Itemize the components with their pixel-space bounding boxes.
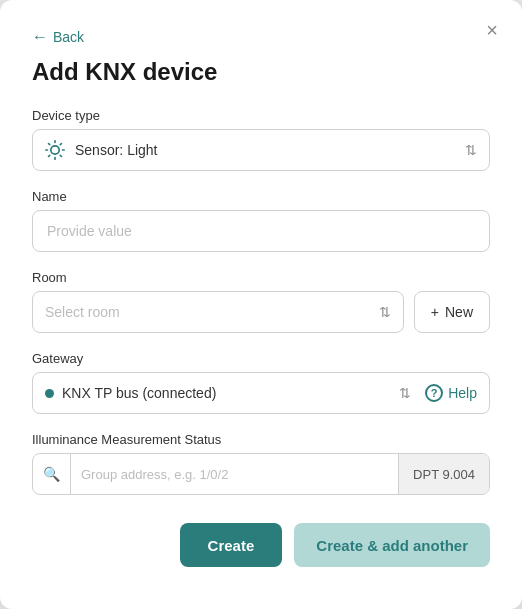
illuminance-label: Illuminance Measurement Status: [32, 432, 490, 447]
gateway-right: ⇅ ? Help: [391, 384, 477, 402]
plus-icon: +: [431, 304, 439, 320]
search-icon: 🔍: [43, 466, 60, 482]
room-field: Room Select room ⇅ + New: [32, 270, 490, 333]
gateway-field: Gateway KNX TP bus (connected) ⇅ ? Help: [32, 351, 490, 414]
chevron-updown-icon: ⇅: [465, 142, 477, 158]
svg-line-7: [49, 155, 50, 156]
create-add-another-button[interactable]: Create & add another: [294, 523, 490, 567]
back-button[interactable]: ← Back: [32, 28, 84, 46]
group-address-input[interactable]: [71, 454, 398, 494]
device-type-value: Sensor: Light: [75, 142, 457, 158]
device-type-field: Device type Sensor: Light ⇅: [32, 108, 490, 171]
svg-line-3: [49, 144, 50, 145]
create-button[interactable]: Create: [180, 523, 283, 567]
back-label: Back: [53, 29, 84, 45]
svg-line-4: [60, 155, 61, 156]
room-row: Select room ⇅ + New: [32, 291, 490, 333]
help-label: Help: [448, 385, 477, 401]
gateway-label: Gateway: [32, 351, 490, 366]
name-label: Name: [32, 189, 490, 204]
add-knx-device-modal: × ← Back Add KNX device Device type Sens…: [0, 0, 522, 609]
room-select[interactable]: Select room ⇅: [32, 291, 404, 333]
new-room-label: New: [445, 304, 473, 320]
svg-point-0: [51, 146, 59, 154]
new-room-button[interactable]: + New: [414, 291, 490, 333]
page-title: Add KNX device: [32, 58, 490, 86]
illuminance-field: Illuminance Measurement Status 🔍 DPT 9.0…: [32, 432, 490, 495]
dpt-badge: DPT 9.004: [398, 454, 489, 494]
gateway-left: KNX TP bus (connected): [45, 385, 216, 401]
device-type-label: Device type: [32, 108, 490, 123]
room-label: Room: [32, 270, 490, 285]
device-type-select[interactable]: Sensor: Light ⇅: [32, 129, 490, 171]
room-select-wrapper: Select room ⇅: [32, 291, 404, 333]
name-input[interactable]: [32, 210, 490, 252]
name-field: Name: [32, 189, 490, 252]
gateway-select[interactable]: KNX TP bus (connected) ⇅ ? Help: [32, 372, 490, 414]
close-button[interactable]: ×: [480, 18, 504, 42]
search-area: 🔍: [33, 454, 71, 494]
status-dot-icon: [45, 389, 54, 398]
help-button[interactable]: ? Help: [425, 384, 477, 402]
gateway-value: KNX TP bus (connected): [62, 385, 216, 401]
illuminance-input-row: 🔍 DPT 9.004: [32, 453, 490, 495]
sun-icon: [45, 140, 65, 160]
help-circle-icon: ?: [425, 384, 443, 402]
room-chevron-icon: ⇅: [379, 304, 391, 320]
back-arrow-icon: ←: [32, 28, 48, 46]
room-select-placeholder: Select room: [45, 304, 120, 320]
gateway-chevron-icon: ⇅: [399, 385, 411, 401]
svg-line-8: [60, 144, 61, 145]
footer: Create Create & add another: [32, 523, 490, 567]
